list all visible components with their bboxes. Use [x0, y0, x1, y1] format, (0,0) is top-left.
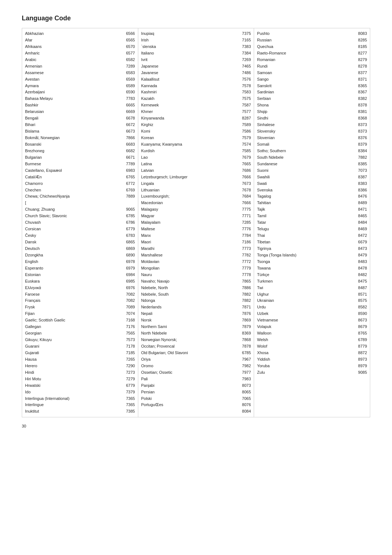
- table-row: Français7082: [25, 297, 135, 304]
- language-code: 7779: [238, 266, 251, 271]
- table-row: Samoan8377: [257, 70, 367, 76]
- language-name: Magyar: [141, 213, 238, 219]
- language-code: 7185: [122, 350, 135, 356]
- language-code: 7289: [122, 64, 135, 69]
- language-code: 7168: [122, 317, 135, 323]
- table-row: Marshallese7782: [141, 252, 251, 259]
- table-row: Shona8378: [257, 102, 367, 109]
- table-row: Swati8383: [257, 181, 367, 187]
- table-row: Irish7165: [141, 37, 251, 44]
- table-row: Tagalog8476: [257, 193, 367, 200]
- language-code: 8065: [238, 389, 251, 395]
- language-code: 8377: [354, 70, 367, 76]
- table-row: Kinyarwanda8287: [141, 115, 251, 122]
- table-row: Northern Sami7879: [141, 324, 251, 330]
- language-name: Norsk: [141, 317, 238, 323]
- language-code: 8479: [354, 252, 367, 258]
- language-name: North Ndebele: [141, 331, 238, 336]
- language-code: 7789: [122, 161, 135, 167]
- table-row: Corsican6779: [25, 226, 135, 232]
- language-code: 7579: [238, 135, 251, 141]
- language-name: Chechen: [25, 187, 122, 193]
- language-code: 8379: [354, 142, 367, 147]
- language-name: Old Bulgarian; Old Slavoni: [141, 350, 238, 356]
- table-row: Bashkir6665: [25, 102, 135, 109]
- language-name: Swahili: [257, 174, 354, 180]
- language-name: Latina: [141, 161, 238, 167]
- table-row: South Ndebele7882: [257, 154, 367, 161]
- language-code: 6985: [122, 279, 135, 284]
- table-row: Shqip8381: [257, 109, 367, 115]
- table-row: Russian8285: [257, 37, 367, 44]
- language-code: 7879: [238, 324, 251, 330]
- language-code: 7375: [238, 31, 251, 37]
- language-name: Lithuanian: [141, 187, 238, 193]
- table-row: Vietnamese8673: [257, 317, 367, 324]
- language-code: 6772: [122, 181, 135, 187]
- table-row: Burmese7789: [25, 161, 135, 167]
- language-name: Tsonga: [257, 259, 354, 265]
- language-name: Marathi: [141, 246, 238, 252]
- table-row: Hausa7265: [25, 356, 135, 363]
- language-code: 7576: [238, 77, 251, 82]
- language-name: Gallegan: [25, 324, 122, 330]
- language-code: 7178: [122, 344, 135, 349]
- language-code: 6779: [122, 383, 135, 389]
- table-row: Sanskrit8365: [257, 83, 367, 89]
- table-row: Serbian8382: [257, 96, 367, 102]
- language-code: 7585: [238, 148, 251, 154]
- table-row: Latvian7686: [141, 167, 251, 174]
- language-name: Marshallese: [141, 252, 238, 258]
- language-code: 6785: [122, 213, 135, 219]
- language-name: Sotho; Southern: [257, 148, 354, 154]
- language-name: PortuguŒes: [141, 402, 238, 408]
- language-name: Japanese: [141, 64, 238, 69]
- table-row: Kuanyama; Kwanyama7574: [141, 141, 251, 148]
- language-code: 6865: [122, 239, 135, 245]
- language-code: [122, 200, 135, 206]
- language-code: 8385: [354, 161, 367, 167]
- language-name: Afar: [25, 37, 122, 43]
- table-row: Türkçe8482: [257, 272, 367, 278]
- language-name: Catal/Æn: [25, 174, 122, 180]
- table-row: Kurdish7585: [141, 148, 251, 154]
- language-code: 8469: [354, 226, 367, 232]
- table-row: Kazakh7575: [141, 96, 251, 102]
- language-code: 8185: [354, 44, 367, 50]
- language-name: Dzongkha: [25, 252, 122, 258]
- table-row: Ndonga7882: [141, 297, 251, 304]
- language-name: Hausa: [25, 357, 122, 362]
- table-row: Hrwatski6779: [25, 382, 135, 389]
- table-row: Brezhoneg6682: [25, 148, 135, 154]
- table-row: Lao7679: [141, 154, 251, 161]
- language-code: 6783: [122, 233, 135, 239]
- language-code: 6779: [122, 226, 135, 232]
- table-row: Estonian6984: [25, 272, 135, 278]
- language-name: Yoruba: [257, 363, 354, 369]
- table-row: Sango8371: [257, 76, 367, 83]
- table-row: Sotho; Southern8384: [257, 148, 367, 154]
- language-code: 7379: [122, 389, 135, 395]
- language-name: Swati: [257, 181, 354, 187]
- language-code: 7269: [238, 57, 251, 63]
- language-code: 7565: [122, 331, 135, 336]
- language-name: Faroese: [25, 292, 122, 297]
- language-code: 8471: [354, 207, 367, 212]
- language-name: Zulu: [257, 370, 354, 376]
- page-title: Language Code: [22, 15, 370, 22]
- table-row: Gikuyu; Kikuyu7573: [25, 337, 135, 343]
- table-row: Aymara6589: [25, 83, 135, 89]
- language-code: 7587: [238, 102, 251, 108]
- language-code: 6673: [122, 129, 135, 134]
- table-row: Tajik8471: [257, 206, 367, 213]
- language-name: Amharic: [25, 50, 122, 56]
- language-name: Twi: [257, 285, 354, 291]
- language-code: 8476: [354, 194, 367, 199]
- language-code: 8872: [354, 350, 367, 356]
- language-code: 7074: [122, 311, 135, 317]
- language-name: Bokmål, Norwegian: [25, 135, 122, 141]
- language-code: 7589: [238, 122, 251, 128]
- language-code: 8376: [354, 135, 367, 141]
- table-row: Frysk7089: [25, 304, 135, 311]
- table-row: Armenian7289: [25, 63, 135, 70]
